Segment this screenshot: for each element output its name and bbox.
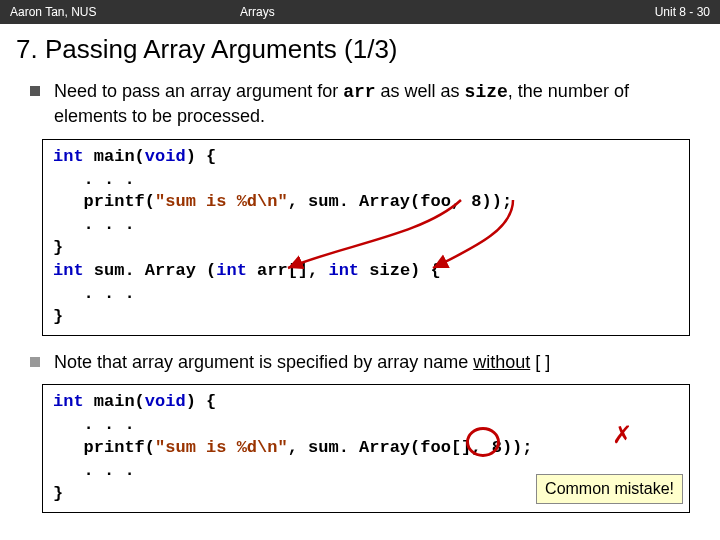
code1-line1: int main(void) { bbox=[53, 146, 679, 169]
code1-line8: } bbox=[53, 306, 679, 329]
bullet-1-text: Need to pass an array argument for arr a… bbox=[54, 79, 690, 129]
header-author: Aaron Tan, NUS bbox=[10, 5, 210, 19]
header-topic: Arrays bbox=[210, 5, 610, 19]
bullet-1: Need to pass an array argument for arr a… bbox=[0, 79, 720, 139]
bullet-icon bbox=[30, 357, 40, 367]
bullet-1-code1: arr bbox=[343, 82, 375, 102]
bullet-1-pre: Need to pass an array argument for bbox=[54, 81, 343, 101]
code2-line3: printf("sum is %d\n", sum. Array(foo[], … bbox=[53, 437, 679, 460]
bullet-1-code2: size bbox=[465, 82, 508, 102]
slide-title: 7. Passing Array Arguments (1/3) bbox=[0, 24, 720, 79]
header-page: Unit 8 - 30 bbox=[610, 5, 710, 19]
bullet-2-pre: Note that array argument is specified by… bbox=[54, 352, 473, 372]
callout-common-mistake: Common mistake! bbox=[536, 474, 683, 504]
code-box-2: int main(void) { . . . printf("sum is %d… bbox=[42, 384, 690, 513]
bullet-2: Note that array argument is specified by… bbox=[0, 350, 720, 384]
code-box-1: int main(void) { . . . printf("sum is %d… bbox=[42, 139, 690, 337]
slide-header: Aaron Tan, NUS Arrays Unit 8 - 30 bbox=[0, 0, 720, 24]
bullet-2-under: without bbox=[473, 352, 530, 372]
code1-line5: } bbox=[53, 237, 679, 260]
bullet-2-text: Note that array argument is specified by… bbox=[54, 350, 550, 374]
code2-line2: . . . bbox=[53, 414, 679, 437]
bullet-2-post: [ ] bbox=[530, 352, 550, 372]
bullet-1-mid: as well as bbox=[376, 81, 465, 101]
code1-line7: . . . bbox=[53, 283, 679, 306]
code1-line2: . . . bbox=[53, 169, 679, 192]
code1-line4: . . . bbox=[53, 214, 679, 237]
bullet-icon bbox=[30, 86, 40, 96]
code2-line1: int main(void) { bbox=[53, 391, 679, 414]
cross-icon: ✗ bbox=[613, 415, 631, 456]
code1-line3: printf("sum is %d\n", sum. Array(foo, 8)… bbox=[53, 191, 679, 214]
code1-line6: int sum. Array (int arr[], int size) { bbox=[53, 260, 679, 283]
